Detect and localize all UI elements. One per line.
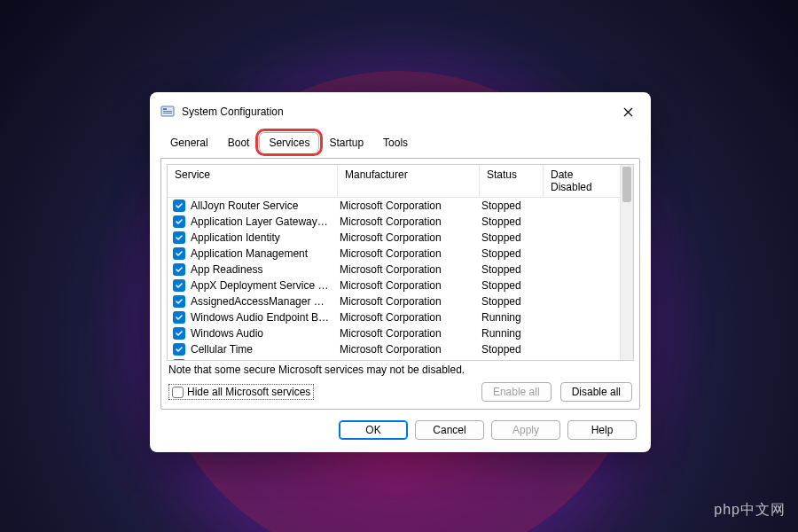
service-manufacturer: Microsoft Corporation: [338, 279, 480, 292]
service-status: Stopped: [480, 200, 544, 212]
list-header: Service Manufacturer Status Date Disable…: [168, 165, 633, 198]
service-status: Stopped: [480, 215, 544, 228]
service-name: Windows Audio: [189, 327, 338, 340]
checkbox-icon[interactable]: [173, 215, 185, 228]
service-name: ActiveX Installer (AxInstSV): [189, 359, 338, 361]
service-manufacturer: Microsoft Corporation: [338, 263, 480, 276]
table-row[interactable]: Application IdentityMicrosoft Corporatio…: [168, 230, 633, 246]
tab-startup[interactable]: Startup: [319, 132, 373, 153]
service-name: Application Management: [189, 247, 338, 260]
tab-services[interactable]: Services: [259, 132, 319, 153]
app-icon: [160, 105, 175, 119]
scrollbar[interactable]: [620, 165, 633, 360]
service-manufacturer: Microsoft Corporation: [338, 295, 480, 308]
service-manufacturer: Microsoft Corporation: [338, 343, 480, 356]
service-status: Stopped: [480, 247, 544, 260]
service-status: Stopped: [480, 295, 544, 308]
service-manufacturer: Microsoft Corporation: [338, 231, 480, 244]
scrollbar-thumb[interactable]: [622, 167, 631, 202]
checkbox-icon[interactable]: [173, 311, 185, 324]
service-name: Windows Audio Endpoint Builder: [189, 311, 338, 324]
service-status: Stopped: [480, 359, 544, 361]
service-name: Application Layer Gateway Service: [189, 215, 338, 228]
checkbox-icon: [172, 387, 184, 398]
hide-microsoft-checkbox[interactable]: Hide all Microsoft services: [168, 384, 314, 400]
table-row[interactable]: Windows Audio Endpoint BuilderMicrosoft …: [168, 309, 633, 325]
svg-rect-2: [163, 111, 172, 112]
table-row[interactable]: Application ManagementMicrosoft Corporat…: [168, 246, 633, 262]
system-configuration-window: System Configuration General Boot Servic…: [150, 92, 651, 452]
checkbox-icon[interactable]: [173, 247, 185, 260]
checkbox-icon[interactable]: [173, 263, 185, 276]
checkbox-icon[interactable]: [173, 359, 185, 361]
service-manufacturer: Microsoft Corporation: [338, 200, 480, 212]
window-title: System Configuration: [182, 106, 608, 118]
table-row[interactable]: AssignedAccessManager ServiceMicrosoft C…: [168, 293, 633, 309]
tab-general[interactable]: General: [160, 132, 218, 153]
table-row[interactable]: AppX Deployment Service (AppX...Microsof…: [168, 278, 633, 293]
tab-tools[interactable]: Tools: [373, 132, 418, 153]
checkbox-icon[interactable]: [173, 343, 185, 356]
checkbox-icon[interactable]: [173, 231, 185, 244]
service-status: Stopped: [480, 343, 544, 356]
cancel-button[interactable]: Cancel: [415, 420, 484, 440]
disable-note: Note that some secure Microsoft services…: [167, 361, 634, 379]
enable-all-button[interactable]: Enable all: [481, 382, 552, 402]
svg-rect-1: [163, 108, 167, 110]
close-button[interactable]: [615, 99, 640, 124]
dialog-buttons: OK Cancel Apply Help: [150, 410, 651, 452]
column-manufacturer[interactable]: Manufacturer: [338, 165, 480, 197]
service-manufacturer: Microsoft Corporation: [338, 247, 480, 260]
table-row[interactable]: ActiveX Installer (AxInstSV)Microsoft Co…: [168, 357, 633, 361]
service-status: Running: [480, 327, 544, 340]
service-status: Stopped: [480, 231, 544, 244]
service-manufacturer: Microsoft Corporation: [338, 359, 480, 361]
service-manufacturer: Microsoft Corporation: [338, 215, 480, 228]
service-name: AppX Deployment Service (AppX...: [189, 279, 338, 292]
table-row[interactable]: Cellular TimeMicrosoft CorporationStoppe…: [168, 341, 633, 357]
service-status: Stopped: [480, 263, 544, 276]
service-manufacturer: Microsoft Corporation: [338, 327, 480, 340]
hide-microsoft-label: Hide all Microsoft services: [187, 386, 310, 398]
service-name: Cellular Time: [189, 343, 338, 356]
tab-strip: General Boot Services Startup Tools: [150, 128, 651, 153]
services-list: Service Manufacturer Status Date Disable…: [167, 164, 634, 361]
ok-button[interactable]: OK: [339, 420, 408, 440]
service-name: AllJoyn Router Service: [189, 200, 338, 212]
apply-button[interactable]: Apply: [491, 420, 560, 440]
help-button[interactable]: Help: [567, 420, 637, 440]
table-row[interactable]: AllJoyn Router ServiceMicrosoft Corporat…: [168, 198, 633, 214]
table-row[interactable]: App ReadinessMicrosoft CorporationStoppe…: [168, 262, 633, 278]
service-status: Running: [480, 311, 544, 324]
checkbox-icon[interactable]: [173, 200, 185, 212]
svg-rect-3: [163, 113, 172, 113]
table-row[interactable]: Windows AudioMicrosoft CorporationRunnin…: [168, 325, 633, 341]
titlebar: System Configuration: [150, 92, 651, 128]
service-name: App Readiness: [189, 263, 338, 276]
column-status[interactable]: Status: [480, 165, 544, 197]
column-date-disabled[interactable]: Date Disabled: [544, 165, 623, 197]
services-panel: Service Manufacturer Status Date Disable…: [160, 158, 640, 410]
column-service[interactable]: Service: [168, 165, 338, 197]
tab-boot[interactable]: Boot: [218, 132, 260, 153]
watermark: php中文网: [714, 501, 786, 520]
table-row[interactable]: Application Layer Gateway ServiceMicroso…: [168, 214, 633, 230]
checkbox-icon[interactable]: [173, 279, 185, 292]
checkbox-icon[interactable]: [173, 327, 185, 340]
service-manufacturer: Microsoft Corporation: [338, 311, 480, 324]
service-name: AssignedAccessManager Service: [189, 295, 338, 308]
service-status: Stopped: [480, 279, 544, 292]
disable-all-button[interactable]: Disable all: [560, 382, 632, 402]
service-name: Application Identity: [189, 231, 338, 244]
checkbox-icon[interactable]: [173, 295, 185, 308]
